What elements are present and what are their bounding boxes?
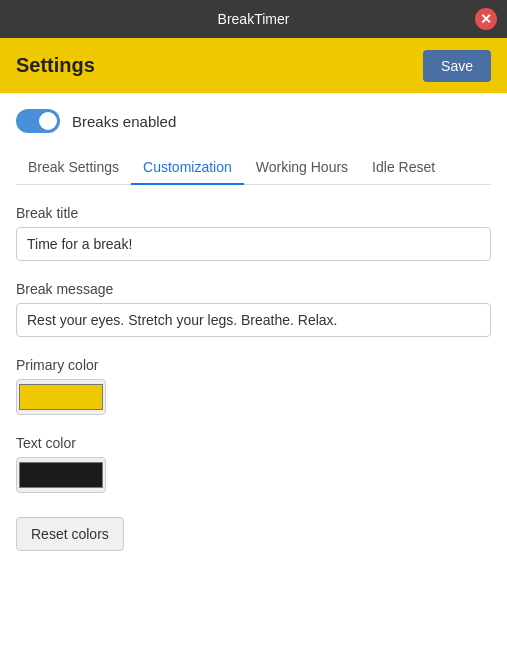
text-color-label: Text color [16,435,491,451]
title-bar: BreakTimer ✕ [0,0,507,38]
close-icon: ✕ [480,12,492,26]
toggle-track [16,109,60,133]
primary-color-swatch[interactable] [16,379,106,415]
tabs-bar: Break Settings Customization Working Hou… [16,151,491,185]
app-title: BreakTimer [218,11,290,27]
toggle-thumb [39,112,57,130]
page-title: Settings [16,54,95,77]
break-title-label: Break title [16,205,491,221]
tab-working-hours[interactable]: Working Hours [244,151,360,185]
break-message-input[interactable] [16,303,491,337]
primary-color-label: Primary color [16,357,491,373]
breaks-enabled-toggle[interactable] [16,109,60,133]
tab-idle-reset[interactable]: Idle Reset [360,151,447,185]
save-button[interactable]: Save [423,50,491,82]
text-color-swatch[interactable] [16,457,106,493]
tab-customization[interactable]: Customization [131,151,244,185]
break-message-group: Break message [16,281,491,337]
breaks-toggle-row: Breaks enabled [16,109,491,133]
toggle-label: Breaks enabled [72,113,176,130]
reset-colors-button[interactable]: Reset colors [16,517,124,551]
content-area: Breaks enabled Break Settings Customizat… [0,93,507,647]
break-title-input[interactable] [16,227,491,261]
break-title-group: Break title [16,205,491,261]
primary-color-group: Primary color [16,357,491,415]
text-color-group: Text color [16,435,491,493]
tab-break-settings[interactable]: Break Settings [16,151,131,185]
break-message-label: Break message [16,281,491,297]
close-button[interactable]: ✕ [475,8,497,30]
settings-header: Settings Save [0,38,507,93]
